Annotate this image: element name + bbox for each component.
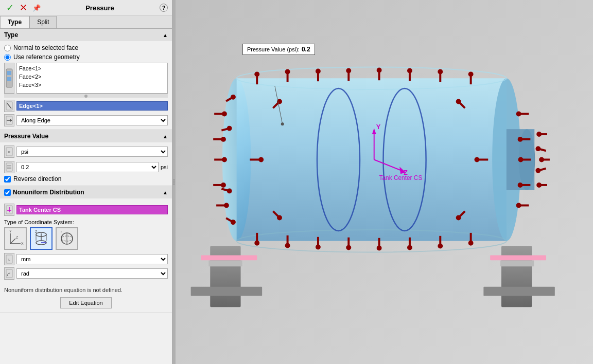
ok-button[interactable]: ✓: [4, 2, 15, 13]
value-icon: [4, 161, 14, 173]
svg-rect-96: [213, 184, 223, 186]
radio-reference-label: Use reference geometry: [13, 53, 80, 61]
svg-rect-58: [256, 74, 258, 84]
edge-icon: [4, 100, 14, 112]
svg-rect-2: [7, 77, 11, 81]
nonuniform-title: Nonuniform Distribution: [4, 189, 84, 196]
svg-rect-47: [490, 255, 546, 260]
nonuniform-section-header[interactable]: Nonuniform Distribution ▲: [0, 186, 172, 198]
type-section-content: Normal to selected face Use reference ge…: [0, 41, 172, 130]
svg-text:Z: Z: [35, 230, 38, 233]
scroll-indicator: [4, 94, 168, 98]
type-section-header[interactable]: Type ▲: [0, 29, 172, 41]
coord-btn-cylindrical[interactable]: Z: [30, 227, 53, 250]
angle-unit-icon: [4, 267, 14, 280]
nonuniform-chevron: ▲: [163, 190, 168, 195]
radio-reference-input[interactable]: [4, 54, 11, 61]
svg-rect-68: [409, 70, 411, 81]
header-action-icons: ✓ ✕ 📌: [4, 2, 42, 13]
angle-unit-row: rad: [4, 267, 168, 280]
face-list-container: Face<1> Face<2> Face<3>: [4, 63, 168, 94]
svg-rect-1: [7, 71, 11, 75]
radio-normal-input[interactable]: [4, 45, 11, 51]
along-edge-icon: [4, 114, 14, 126]
svg-point-39: [173, 184, 175, 185]
cancel-button[interactable]: ✕: [18, 2, 29, 13]
svg-rect-82: [378, 238, 380, 248]
tabs-row: Type Split: [0, 16, 172, 29]
svg-rect-128: [538, 148, 546, 152]
type-section-label: Type: [4, 31, 18, 39]
svg-rect-40: [210, 246, 240, 307]
radio-reference: Use reference geometry: [4, 53, 168, 61]
pressure-value-section: Pressure Value ▲ P psi: [0, 130, 172, 186]
svg-rect-84: [409, 238, 411, 248]
coord-btn-cartesian[interactable]: Y X Z: [4, 227, 27, 250]
panel-header: ✓ ✕ 📌 Pressure ?: [0, 0, 172, 16]
pin-button[interactable]: 📌: [31, 2, 42, 13]
face-list-item-2[interactable]: Face<2>: [19, 72, 165, 81]
svg-rect-104: [521, 159, 531, 161]
help-icon[interactable]: ?: [160, 4, 168, 12]
along-edge-row: Along Edge: [4, 114, 168, 126]
svg-rect-78: [317, 237, 319, 247]
svg-rect-46: [201, 255, 257, 260]
svg-text:X: X: [21, 242, 24, 245]
value-row: 0.2 psi: [4, 161, 168, 173]
svg-rect-74: [256, 233, 258, 243]
length-unit-row: L mm: [4, 253, 168, 265]
svg-text:Tank Center CS: Tank Center CS: [379, 174, 423, 181]
svg-text:Y: Y: [9, 229, 12, 233]
pressure-value-chevron: ▲: [163, 134, 168, 139]
reverse-direction-checkbox[interactable]: [4, 176, 11, 183]
svg-rect-118: [477, 159, 489, 161]
pressure-value-section-header[interactable]: Pressure Value ▲: [0, 130, 172, 142]
svg-rect-108: [519, 205, 529, 207]
tab-split[interactable]: Split: [29, 16, 57, 28]
svg-rect-80: [347, 238, 350, 248]
cs-row: Tank Center CS: [4, 204, 168, 216]
panel-title: Pressure: [42, 4, 158, 12]
face-list-item-1[interactable]: Face<1>: [19, 64, 165, 72]
cs-input[interactable]: Tank Center CS: [16, 205, 168, 214]
length-unit-select[interactable]: mm: [16, 254, 168, 264]
svg-rect-126: [539, 184, 547, 186]
svg-rect-41: [191, 287, 262, 296]
svg-rect-130: [538, 168, 546, 172]
svg-point-37: [173, 179, 175, 180]
reverse-direction-label: Reverse direction: [13, 175, 61, 183]
face-list-item-3[interactable]: Face<3>: [19, 81, 165, 89]
nonuniform-label: Nonuniform Distribution: [13, 189, 84, 196]
svg-rect-102: [520, 138, 531, 140]
edge-row: Edge<1>: [4, 100, 168, 112]
nonuniform-content: Tank Center CS Type of Coordinate System…: [0, 198, 172, 285]
reverse-direction-row: Reverse direction: [4, 175, 168, 183]
pressure-value-label: Pressure Value: [4, 133, 48, 140]
pressure-unit-select[interactable]: psi: [16, 147, 168, 157]
angle-unit-select[interactable]: rad: [16, 268, 168, 279]
edge-input[interactable]: Edge<1>: [16, 101, 168, 111]
svg-rect-122: [539, 133, 547, 135]
svg-rect-36: [6, 269, 12, 278]
length-unit-icon: L: [4, 253, 14, 265]
value-select[interactable]: 0.2: [16, 162, 159, 172]
svg-rect-112: [250, 159, 261, 161]
nonuniform-note: Nonuniform distribution equation is not …: [0, 285, 172, 295]
tab-type[interactable]: Type: [0, 16, 29, 28]
along-edge-select[interactable]: Along Edge: [16, 115, 168, 125]
face-list: Face<1> Face<2> Face<3>: [16, 63, 168, 94]
svg-point-38: [173, 181, 175, 183]
svg-rect-88: [470, 233, 472, 243]
value-unit-label: psi: [161, 164, 168, 170]
edit-equation-button[interactable]: Edit Equation: [60, 297, 111, 308]
pressure-unit-icon: P: [4, 145, 14, 158]
coord-type-label: Type of Coordinate System:: [4, 219, 168, 225]
svg-rect-62: [317, 71, 319, 81]
coord-type-buttons: Y X Z Z: [4, 227, 168, 250]
type-section-chevron: ▲: [163, 32, 168, 38]
svg-point-147: [281, 122, 284, 125]
viewport: Y Z Tank Center CS Pressure Value (psi):…: [176, 0, 593, 364]
svg-rect-106: [520, 184, 531, 186]
nonuniform-checkbox[interactable]: [4, 189, 11, 196]
coord-btn-spherical[interactable]: r: [56, 227, 78, 250]
